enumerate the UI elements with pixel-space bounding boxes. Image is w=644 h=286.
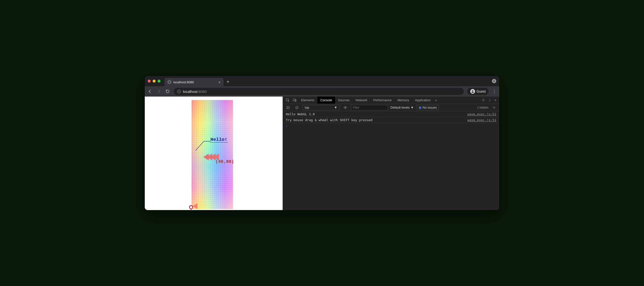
scope-label: top: [305, 106, 309, 109]
close-tab-button[interactable]: ×: [218, 80, 220, 84]
more-tabs-icon[interactable]: »: [434, 98, 438, 102]
svg-point-4: [483, 100, 484, 101]
profile-label: Guest: [476, 89, 486, 93]
log-entry[interactable]: Try mouse drag & wheel with SHIFT key pr…: [283, 117, 499, 123]
profile-chip[interactable]: Guest: [467, 88, 489, 95]
svg-rect-5: [287, 106, 290, 109]
back-button[interactable]: [147, 89, 153, 94]
svg-point-7: [345, 107, 346, 108]
tab-elements[interactable]: Elements: [298, 97, 317, 104]
window-controls: [148, 80, 160, 83]
svg-rect-2: [293, 99, 295, 101]
console-settings-icon[interactable]: [491, 106, 497, 109]
forward-button[interactable]: [156, 89, 162, 94]
execution-context-selector[interactable]: top ▼: [302, 105, 340, 110]
avatar-icon: [470, 89, 475, 94]
log-message: Try mouse drag & wheel with SHIFT key pr…: [286, 118, 372, 122]
tab-memory[interactable]: Memory: [394, 97, 412, 104]
close-devtools-button[interactable]: ×: [493, 98, 498, 102]
log-entry[interactable]: Hello WebGL 1.0 wasm_exec.js:51: [283, 111, 499, 117]
coord-label: (40,80): [216, 159, 234, 164]
hidden-count[interactable]: 1 hidden: [477, 106, 488, 109]
settings-icon[interactable]: [480, 98, 487, 102]
issues-chip[interactable]: ▣ No Issues: [416, 105, 439, 110]
log-source-link[interactable]: wasm_exec.js:51: [468, 118, 496, 122]
browser-tab[interactable]: localhost:8080 ×: [164, 78, 224, 86]
content-split: Hello! (40,80) Elements: [145, 97, 499, 210]
live-expression-icon[interactable]: [342, 106, 348, 109]
fullscreen-window-button[interactable]: [158, 80, 160, 83]
console-prompt[interactable]: ›: [283, 123, 499, 129]
tab-console[interactable]: Console: [317, 97, 335, 104]
console-toolbar: top ▼ Default levels ▼ ▣ No Issues 1 hid…: [283, 104, 499, 111]
close-window-button[interactable]: [148, 80, 151, 83]
browser-menu-button[interactable]: ⋮: [492, 91, 497, 92]
tab-performance[interactable]: Performance: [370, 97, 394, 104]
origin-marker: [189, 203, 198, 209]
browser-window: localhost:8080 × + ▾ i localhost:8080 Gu…: [145, 76, 499, 210]
chevron-down-icon: ▼: [334, 106, 337, 109]
hello-label: Hello!: [210, 137, 228, 143]
console-filter-input[interactable]: [351, 105, 388, 110]
minimize-window-button[interactable]: [153, 80, 156, 83]
svg-point-0: [472, 90, 473, 91]
url-host: localhost: [183, 89, 198, 94]
devtools-panel: Elements Console Sources Network Perform…: [282, 97, 499, 210]
clear-console-icon[interactable]: [294, 106, 300, 109]
issues-icon: ▣: [418, 106, 422, 109]
tab-title: localhost:8080: [173, 80, 194, 84]
tab-network[interactable]: Network: [353, 97, 370, 104]
address-bar[interactable]: i localhost:8080: [174, 88, 464, 95]
inspect-element-icon[interactable]: [284, 98, 291, 102]
show-sidebar-icon[interactable]: [285, 106, 291, 109]
console-log: Hello WebGL 1.0 wasm_exec.js:51 Try mous…: [283, 111, 499, 129]
globe-icon: [168, 80, 171, 84]
toolbar: i localhost:8080 Guest ⋮: [145, 86, 499, 97]
reload-button[interactable]: [165, 89, 170, 94]
devtools-menu-icon[interactable]: ⋮: [487, 98, 493, 102]
marker-triangles: [203, 153, 217, 160]
tab-sources[interactable]: Sources: [335, 97, 353, 104]
log-message: Hello WebGL 1.0: [286, 112, 314, 116]
triangle-icon: [192, 203, 198, 209]
url-port: :8080: [198, 89, 207, 94]
svg-rect-3: [295, 100, 296, 102]
page-viewport[interactable]: Hello! (40,80): [145, 97, 282, 210]
devtools-tabstrip: Elements Console Sources Network Perform…: [283, 97, 499, 104]
tab-application[interactable]: Application: [412, 97, 434, 104]
device-toolbar-icon[interactable]: [291, 98, 298, 102]
svg-point-8: [494, 107, 494, 108]
tabstrip-menu-button[interactable]: ▾: [492, 79, 496, 83]
new-tab-button[interactable]: +: [226, 79, 230, 85]
site-info-icon[interactable]: i: [177, 90, 181, 93]
log-levels-selector[interactable]: Default levels ▼: [390, 106, 414, 109]
titlebar: localhost:8080 × + ▾: [145, 76, 499, 86]
log-source-link[interactable]: wasm_exec.js:51: [468, 112, 496, 116]
